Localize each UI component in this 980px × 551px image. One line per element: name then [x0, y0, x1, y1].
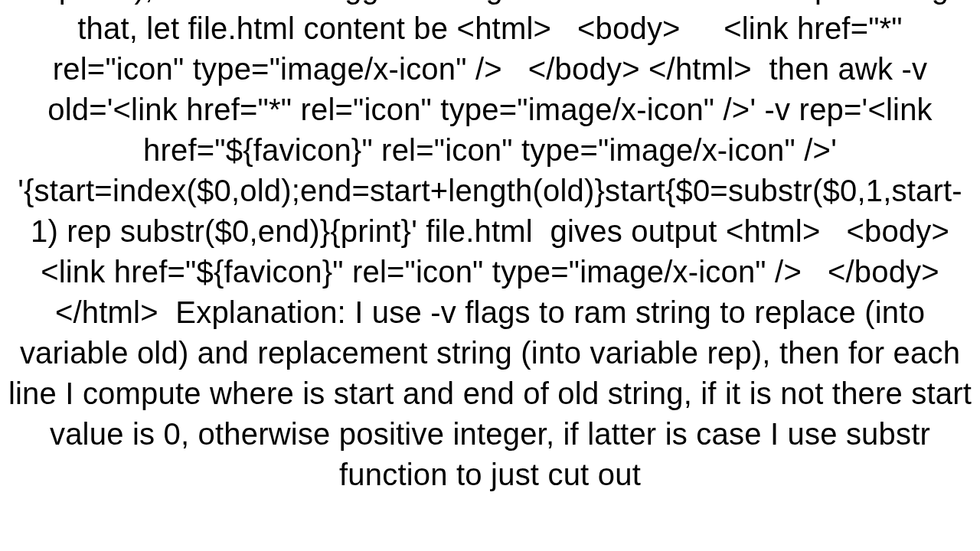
- document-body-text: repeats), therefore I suggest using inde…: [0, 0, 980, 495]
